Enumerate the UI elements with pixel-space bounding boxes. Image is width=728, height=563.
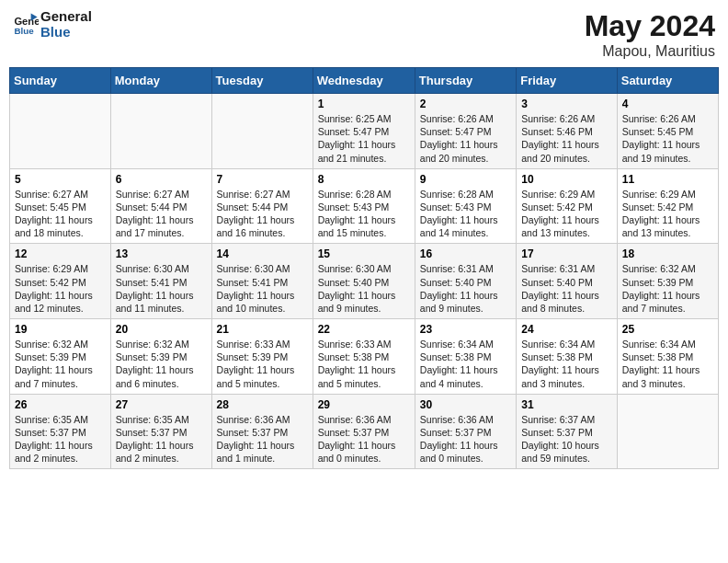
day-info: Sunrise: 6:30 AMSunset: 5:41 PMDaylight:… — [116, 262, 207, 315]
day-info: Sunrise: 6:34 AMSunset: 5:38 PMDaylight:… — [622, 338, 713, 390]
calendar-cell: 27Sunrise: 6:35 AMSunset: 5:37 PMDayligh… — [110, 394, 211, 469]
day-number: 5 — [15, 173, 106, 186]
day-number: 24 — [521, 323, 612, 336]
calendar-cell: 4Sunrise: 6:26 AMSunset: 5:45 PMDaylight… — [617, 94, 718, 169]
calendar-cell: 11Sunrise: 6:29 AMSunset: 5:42 PMDayligh… — [617, 168, 718, 244]
weekday-header-friday: Friday — [517, 68, 618, 94]
day-number: 1 — [318, 98, 410, 110]
calendar-cell: 13Sunrise: 6:30 AMSunset: 5:41 PMDayligh… — [110, 244, 211, 319]
calendar-cell: 30Sunrise: 6:36 AMSunset: 5:37 PMDayligh… — [415, 394, 516, 469]
day-info: Sunrise: 6:35 AMSunset: 5:37 PMDaylight:… — [15, 413, 106, 465]
day-number: 15 — [318, 247, 410, 260]
day-info: Sunrise: 6:34 AMSunset: 5:38 PMDaylight:… — [420, 338, 511, 390]
calendar-cell: 28Sunrise: 6:36 AMSunset: 5:37 PMDayligh… — [211, 394, 313, 469]
calendar-cell: 20Sunrise: 6:32 AMSunset: 5:39 PMDayligh… — [110, 319, 211, 395]
day-number: 4 — [622, 98, 713, 110]
calendar-week-row: 26Sunrise: 6:35 AMSunset: 5:37 PMDayligh… — [10, 394, 719, 469]
day-number: 20 — [116, 323, 207, 336]
calendar-week-row: 1Sunrise: 6:25 AMSunset: 5:47 PMDaylight… — [10, 94, 719, 169]
calendar-week-row: 5Sunrise: 6:27 AMSunset: 5:45 PMDaylight… — [10, 168, 719, 244]
calendar-cell: 10Sunrise: 6:29 AMSunset: 5:42 PMDayligh… — [517, 168, 618, 244]
calendar-cell: 18Sunrise: 6:32 AMSunset: 5:39 PMDayligh… — [617, 244, 718, 319]
day-number: 17 — [521, 247, 612, 260]
day-info: Sunrise: 6:31 AMSunset: 5:40 PMDaylight:… — [521, 262, 612, 315]
calendar-cell: 23Sunrise: 6:34 AMSunset: 5:38 PMDayligh… — [415, 319, 516, 395]
day-info: Sunrise: 6:26 AMSunset: 5:46 PMDaylight:… — [521, 112, 612, 165]
day-number: 8 — [318, 173, 410, 186]
day-number: 31 — [521, 398, 612, 411]
calendar-cell: 5Sunrise: 6:27 AMSunset: 5:45 PMDaylight… — [10, 168, 111, 244]
day-number: 28 — [217, 398, 308, 411]
calendar-cell: 1Sunrise: 6:25 AMSunset: 5:47 PMDaylight… — [313, 94, 415, 169]
logo-blue: Blue — [40, 25, 92, 40]
day-number: 22 — [318, 323, 410, 336]
calendar-cell: 29Sunrise: 6:36 AMSunset: 5:37 PMDayligh… — [313, 394, 415, 469]
day-number: 27 — [116, 398, 207, 411]
weekday-header-tuesday: Tuesday — [211, 68, 313, 94]
day-number: 23 — [420, 323, 511, 336]
logo: General Blue General Blue — [13, 9, 92, 40]
day-number: 25 — [622, 323, 713, 336]
title-block: May 2024 Mapou, Mauritius — [585, 9, 715, 60]
calendar-cell: 25Sunrise: 6:34 AMSunset: 5:38 PMDayligh… — [617, 319, 718, 395]
calendar-cell: 31Sunrise: 6:37 AMSunset: 5:37 PMDayligh… — [517, 394, 618, 469]
calendar-cell: 12Sunrise: 6:29 AMSunset: 5:42 PMDayligh… — [10, 244, 111, 319]
calendar-cell: 2Sunrise: 6:26 AMSunset: 5:47 PMDaylight… — [415, 94, 516, 169]
day-info: Sunrise: 6:26 AMSunset: 5:47 PMDaylight:… — [420, 112, 511, 165]
day-number: 14 — [217, 247, 308, 260]
calendar-cell: 24Sunrise: 6:34 AMSunset: 5:38 PMDayligh… — [517, 319, 618, 395]
day-info: Sunrise: 6:29 AMSunset: 5:42 PMDaylight:… — [622, 188, 713, 240]
day-info: Sunrise: 6:35 AMSunset: 5:37 PMDaylight:… — [116, 413, 207, 465]
calendar-week-row: 19Sunrise: 6:32 AMSunset: 5:39 PMDayligh… — [10, 319, 719, 395]
weekday-header-row: SundayMondayTuesdayWednesdayThursdayFrid… — [10, 68, 719, 94]
month-title: May 2024 — [585, 9, 715, 43]
day-info: Sunrise: 6:33 AMSunset: 5:38 PMDaylight:… — [318, 338, 410, 390]
day-number: 19 — [15, 323, 106, 336]
calendar-cell: 14Sunrise: 6:30 AMSunset: 5:41 PMDayligh… — [211, 244, 313, 319]
day-info: Sunrise: 6:27 AMSunset: 5:44 PMDaylight:… — [217, 188, 308, 240]
day-number: 29 — [318, 398, 410, 411]
calendar-cell — [110, 94, 211, 169]
day-info: Sunrise: 6:36 AMSunset: 5:37 PMDaylight:… — [318, 413, 410, 465]
day-info: Sunrise: 6:32 AMSunset: 5:39 PMDaylight:… — [116, 338, 207, 390]
weekday-header-sunday: Sunday — [10, 68, 111, 94]
calendar-cell: 21Sunrise: 6:33 AMSunset: 5:39 PMDayligh… — [211, 319, 313, 395]
calendar-cell: 19Sunrise: 6:32 AMSunset: 5:39 PMDayligh… — [10, 319, 111, 395]
day-number: 7 — [217, 173, 308, 186]
day-info: Sunrise: 6:36 AMSunset: 5:37 PMDaylight:… — [420, 413, 511, 465]
day-number: 30 — [420, 398, 511, 411]
day-number: 3 — [521, 98, 612, 110]
calendar-cell: 6Sunrise: 6:27 AMSunset: 5:44 PMDaylight… — [110, 168, 211, 244]
location-title: Mapou, Mauritius — [585, 43, 715, 60]
day-info: Sunrise: 6:29 AMSunset: 5:42 PMDaylight:… — [15, 262, 106, 315]
calendar-table: SundayMondayTuesdayWednesdayThursdayFrid… — [9, 67, 719, 469]
day-number: 13 — [116, 247, 207, 260]
calendar-cell: 16Sunrise: 6:31 AMSunset: 5:40 PMDayligh… — [415, 244, 516, 319]
calendar-cell — [211, 94, 313, 169]
calendar-cell: 3Sunrise: 6:26 AMSunset: 5:46 PMDaylight… — [517, 94, 618, 169]
calendar-cell: 9Sunrise: 6:28 AMSunset: 5:43 PMDaylight… — [415, 168, 516, 244]
day-info: Sunrise: 6:31 AMSunset: 5:40 PMDaylight:… — [420, 262, 511, 315]
day-number: 2 — [420, 98, 511, 110]
weekday-header-thursday: Thursday — [415, 68, 516, 94]
weekday-header-wednesday: Wednesday — [313, 68, 415, 94]
day-info: Sunrise: 6:26 AMSunset: 5:45 PMDaylight:… — [622, 112, 713, 165]
day-info: Sunrise: 6:32 AMSunset: 5:39 PMDaylight:… — [622, 262, 713, 315]
day-info: Sunrise: 6:27 AMSunset: 5:44 PMDaylight:… — [116, 188, 207, 240]
day-info: Sunrise: 6:29 AMSunset: 5:42 PMDaylight:… — [521, 188, 612, 240]
day-number: 26 — [15, 398, 106, 411]
calendar-cell: 15Sunrise: 6:30 AMSunset: 5:40 PMDayligh… — [313, 244, 415, 319]
day-number: 16 — [420, 247, 511, 260]
day-info: Sunrise: 6:30 AMSunset: 5:40 PMDaylight:… — [318, 262, 410, 315]
calendar-cell: 7Sunrise: 6:27 AMSunset: 5:44 PMDaylight… — [211, 168, 313, 244]
svg-text:Blue: Blue — [14, 25, 34, 35]
day-number: 9 — [420, 173, 511, 186]
day-info: Sunrise: 6:28 AMSunset: 5:43 PMDaylight:… — [318, 188, 410, 240]
calendar-cell: 17Sunrise: 6:31 AMSunset: 5:40 PMDayligh… — [517, 244, 618, 319]
day-info: Sunrise: 6:36 AMSunset: 5:37 PMDaylight:… — [217, 413, 308, 465]
calendar-cell: 26Sunrise: 6:35 AMSunset: 5:37 PMDayligh… — [10, 394, 111, 469]
weekday-header-monday: Monday — [110, 68, 211, 94]
day-number: 11 — [622, 173, 713, 186]
day-number: 12 — [15, 247, 106, 260]
calendar-cell — [617, 394, 718, 469]
